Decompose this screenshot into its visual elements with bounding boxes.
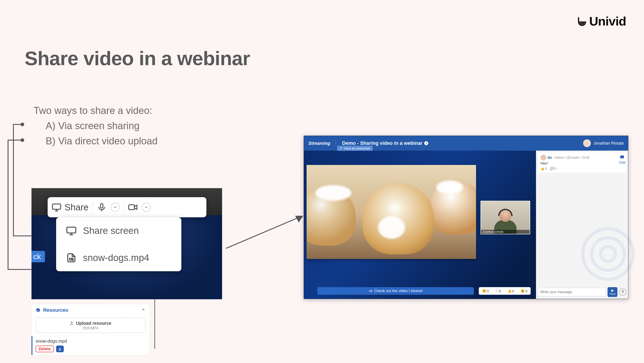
chat-message: Me • Admin • @Univid • 15:28 Hey! 👍 0 💬 … xyxy=(538,152,626,173)
user-badge[interactable]: Jonathan Rintala xyxy=(583,139,624,147)
chat-sidebar: Chat Me • Admin • @Univid • 15:28 Hey! 👍… xyxy=(536,151,628,299)
user-name: Jonathan Rintala xyxy=(594,141,624,146)
camera-icon xyxy=(128,202,138,212)
send-button[interactable]: Send xyxy=(608,287,618,297)
upload-subtitle: PDF/MP4 xyxy=(36,326,145,330)
megaphone-icon xyxy=(369,289,372,293)
mic-button[interactable] xyxy=(97,202,107,212)
svg-marker-14 xyxy=(72,258,73,260)
help-button[interactable]: ? xyxy=(619,288,626,296)
webinar-title: Demo - Sharing video in a webinar i xyxy=(342,140,428,146)
avatar xyxy=(540,155,546,160)
share-toolbar: Share xyxy=(48,197,206,217)
resource-file-item: snow-dogs.mp4 Delete xyxy=(32,336,150,355)
swap-icon xyxy=(339,147,342,150)
monitor-icon xyxy=(66,225,77,236)
webinar-window-screenshot: Streaming Demo - Sharing video in a webi… xyxy=(304,136,628,299)
resource-file-name: snow-dogs.mp4 xyxy=(36,338,146,344)
mic-icon xyxy=(97,202,107,212)
svg-rect-3 xyxy=(52,204,61,209)
page-title: Share video in a webinar xyxy=(24,47,250,70)
share-screen-option[interactable]: Share screen xyxy=(56,217,181,244)
reaction-wow[interactable]: 😮0 xyxy=(520,289,527,293)
msg-reply-button[interactable]: 💬 0 xyxy=(550,167,556,170)
pip-label: Jonathan (Univid) xyxy=(481,230,530,234)
presenter-pip[interactable]: Jonathan (Univid) xyxy=(480,201,530,234)
svg-rect-6 xyxy=(100,204,103,208)
shared-video-frame xyxy=(306,165,476,259)
send-icon xyxy=(611,289,614,292)
svg-rect-8 xyxy=(128,205,134,210)
intro-option-b: B) Via direct video upload xyxy=(46,133,158,149)
avatar xyxy=(583,139,591,147)
monitor-icon xyxy=(52,202,62,212)
delete-button[interactable]: Delete xyxy=(36,345,54,352)
banner-message[interactable]: Check out the video I shared xyxy=(317,287,474,295)
share-toolbar-screenshot: ck Share Share screen snow-dogs.mp4 xyxy=(31,188,222,299)
share-button-label: Share xyxy=(64,202,88,212)
reactions-bar: 😊0 ♡0 👍0 😮0 xyxy=(479,287,531,295)
reaction-heart[interactable]: ♡0 xyxy=(495,289,501,293)
upload-resource-button[interactable]: Upload resource PDF/MP4 xyxy=(36,317,146,333)
video-file-icon xyxy=(66,252,77,263)
reaction-thumbs-up[interactable]: 👍0 xyxy=(507,289,514,293)
intro-text: Two ways to share a video: A) Via screen… xyxy=(34,103,158,149)
share-file-label: snow-dogs.mp4 xyxy=(83,252,149,263)
share-button[interactable]: Share xyxy=(52,202,88,212)
brand-logo: Univid xyxy=(576,14,626,29)
partial-label: ck xyxy=(32,251,45,262)
resources-header[interactable]: Resources xyxy=(32,304,150,316)
mic-options-button[interactable] xyxy=(111,203,120,212)
svg-marker-9 xyxy=(134,205,137,209)
msg-like-button[interactable]: 👍 0 xyxy=(540,167,547,170)
brand-name: Univid xyxy=(589,14,626,29)
collapse-icon[interactable] xyxy=(141,307,146,313)
chevron-up-icon xyxy=(113,205,118,209)
msg-body: Hey! xyxy=(540,161,624,165)
box-icon xyxy=(36,308,40,313)
camera-button[interactable] xyxy=(128,202,138,212)
view-as-presenter-button[interactable]: View as presenter xyxy=(337,146,373,151)
camera-options-button[interactable] xyxy=(142,203,151,212)
msg-author: Me xyxy=(548,156,552,159)
chevron-up-icon xyxy=(144,205,148,209)
share-popup: Share screen snow-dogs.mp4 xyxy=(56,217,181,271)
chat-icon xyxy=(620,155,625,160)
streaming-badge: Streaming xyxy=(308,141,336,146)
info-icon[interactable]: i xyxy=(424,141,428,145)
chevron-up-icon xyxy=(141,307,146,312)
intro-lead: Two ways to share a video: xyxy=(34,103,158,118)
svg-point-2 xyxy=(20,138,24,142)
brand-watermark xyxy=(581,227,635,281)
resources-panel: Resources Upload resource PDF/MP4 snow-d… xyxy=(31,304,150,355)
share-file-option[interactable]: snow-dogs.mp4 xyxy=(56,244,181,271)
download-button[interactable] xyxy=(56,345,64,352)
brand-mark-icon xyxy=(576,16,588,27)
upload-icon xyxy=(70,321,74,325)
message-input[interactable] xyxy=(538,288,606,296)
svg-rect-10 xyxy=(67,227,76,233)
reaction-smile[interactable]: 😊0 xyxy=(482,289,489,293)
compose-bar: Send ? xyxy=(538,287,626,297)
chat-tab[interactable]: Chat xyxy=(619,155,626,164)
upload-title: Upload resource xyxy=(76,321,111,326)
resources-title: Resources xyxy=(43,307,68,313)
download-icon xyxy=(58,347,62,351)
msg-meta: • Admin • @Univid • 15:28 xyxy=(553,156,589,159)
share-screen-label: Share screen xyxy=(83,225,139,236)
svg-point-1 xyxy=(20,123,24,126)
intro-option-a: A) Via screen sharing xyxy=(46,118,158,133)
